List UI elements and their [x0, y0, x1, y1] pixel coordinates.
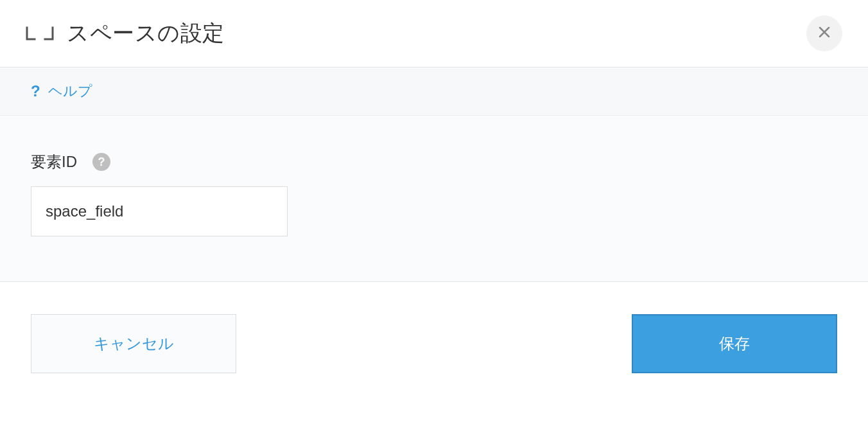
- question-icon: ?: [31, 82, 40, 100]
- dialog-header: スペースの設定: [0, 0, 868, 67]
- close-button[interactable]: [806, 15, 842, 51]
- element-id-label: 要素ID: [31, 152, 77, 172]
- cancel-button[interactable]: キャンセル: [31, 314, 236, 373]
- space-settings-dialog: スペースの設定 ? ヘルプ 要素ID ? キャンセル 保存: [0, 0, 868, 424]
- help-indicator-icon[interactable]: ?: [92, 153, 110, 171]
- save-button[interactable]: 保存: [632, 314, 837, 373]
- help-bar: ? ヘルプ: [0, 67, 868, 115]
- help-link[interactable]: ? ヘルプ: [31, 82, 92, 101]
- space-icon: [26, 26, 54, 40]
- close-icon: [818, 24, 831, 42]
- dialog-title: スペースの設定: [67, 19, 225, 48]
- field-label-row: 要素ID ?: [31, 152, 837, 172]
- dialog-title-wrap: スペースの設定: [26, 19, 225, 48]
- help-link-label: ヘルプ: [48, 82, 92, 101]
- element-id-input[interactable]: [31, 186, 288, 236]
- dialog-footer: キャンセル 保存: [0, 281, 868, 405]
- form-section: 要素ID ?: [0, 115, 868, 281]
